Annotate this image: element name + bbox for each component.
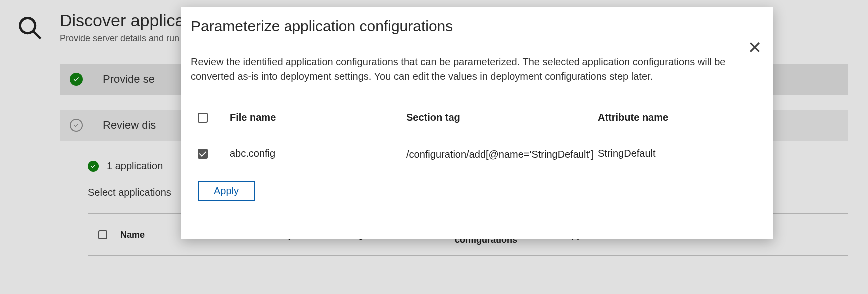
step-label: Review dis bbox=[103, 119, 156, 132]
config-table: File name Section tag Attribute name abc… bbox=[191, 112, 763, 161]
row-file-name: abc.config bbox=[230, 148, 404, 159]
modal-description: Review the identified application config… bbox=[191, 55, 740, 84]
select-all-checkbox[interactable] bbox=[98, 230, 107, 239]
config-row: abc.config /configuration/add[@name='Str… bbox=[198, 148, 756, 161]
check-icon bbox=[70, 73, 83, 86]
parameterize-modal: Parameterize application configurations … bbox=[181, 7, 773, 239]
row-checkbox[interactable] bbox=[198, 149, 208, 159]
search-icon bbox=[17, 15, 43, 294]
check-icon bbox=[88, 161, 99, 172]
column-section-tag: Section tag bbox=[406, 112, 596, 123]
column-attribute-name: Attribute name bbox=[598, 112, 758, 123]
svg-point-0 bbox=[20, 18, 35, 33]
svg-line-1 bbox=[34, 32, 41, 39]
apply-button[interactable]: Apply bbox=[198, 181, 255, 201]
column-file-name: File name bbox=[230, 112, 404, 123]
modal-title: Parameterize application configurations bbox=[191, 18, 763, 35]
row-section-tag: /configuration/add[@name='StringDefault'… bbox=[406, 148, 596, 161]
check-icon bbox=[70, 119, 83, 132]
close-icon[interactable] bbox=[747, 40, 762, 57]
row-attribute-name: StringDefault bbox=[598, 148, 758, 159]
select-all-checkbox[interactable] bbox=[198, 113, 208, 123]
substatus-text: 1 application bbox=[107, 160, 163, 172]
config-table-header: File name Section tag Attribute name bbox=[198, 112, 756, 123]
step-label: Provide se bbox=[103, 73, 155, 86]
